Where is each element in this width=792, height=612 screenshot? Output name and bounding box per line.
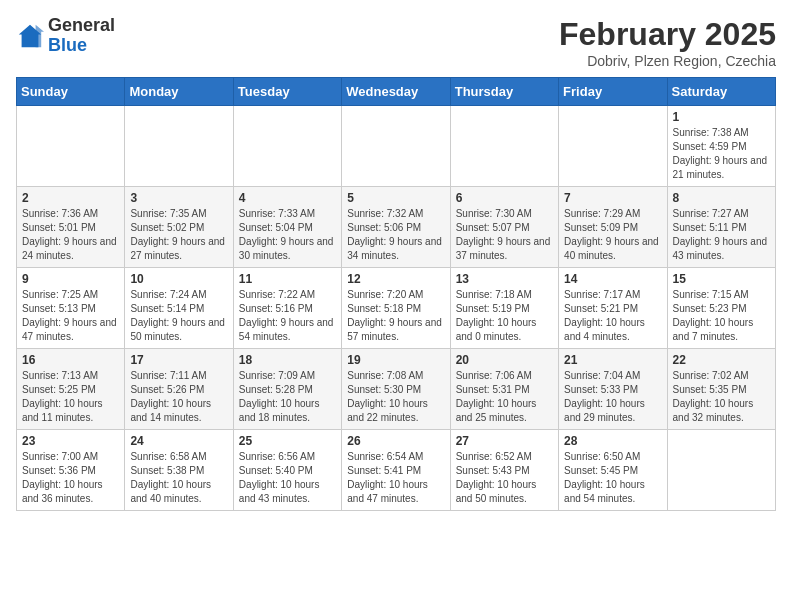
day-number: 12 [347,272,444,286]
day-cell: 5Sunrise: 7:32 AM Sunset: 5:06 PM Daylig… [342,187,450,268]
day-number: 28 [564,434,661,448]
day-info: Sunrise: 7:25 AM Sunset: 5:13 PM Dayligh… [22,288,119,344]
day-info: Sunrise: 7:36 AM Sunset: 5:01 PM Dayligh… [22,207,119,263]
day-cell: 13Sunrise: 7:18 AM Sunset: 5:19 PM Dayli… [450,268,558,349]
day-cell: 3Sunrise: 7:35 AM Sunset: 5:02 PM Daylig… [125,187,233,268]
day-cell: 11Sunrise: 7:22 AM Sunset: 5:16 PM Dayli… [233,268,341,349]
weekday-header-wednesday: Wednesday [342,78,450,106]
weekday-header-monday: Monday [125,78,233,106]
day-info: Sunrise: 7:15 AM Sunset: 5:23 PM Dayligh… [673,288,770,344]
day-info: Sunrise: 6:50 AM Sunset: 5:45 PM Dayligh… [564,450,661,506]
location: Dobriv, Plzen Region, Czechia [559,53,776,69]
day-cell: 19Sunrise: 7:08 AM Sunset: 5:30 PM Dayli… [342,349,450,430]
day-cell: 23Sunrise: 7:00 AM Sunset: 5:36 PM Dayli… [17,430,125,511]
day-info: Sunrise: 7:13 AM Sunset: 5:25 PM Dayligh… [22,369,119,425]
day-cell [342,106,450,187]
week-row-3: 9Sunrise: 7:25 AM Sunset: 5:13 PM Daylig… [17,268,776,349]
day-info: Sunrise: 7:08 AM Sunset: 5:30 PM Dayligh… [347,369,444,425]
day-cell [450,106,558,187]
day-cell: 6Sunrise: 7:30 AM Sunset: 5:07 PM Daylig… [450,187,558,268]
day-info: Sunrise: 7:06 AM Sunset: 5:31 PM Dayligh… [456,369,553,425]
day-number: 10 [130,272,227,286]
day-info: Sunrise: 7:24 AM Sunset: 5:14 PM Dayligh… [130,288,227,344]
month-title: February 2025 [559,16,776,53]
logo: General Blue [16,16,115,56]
day-number: 17 [130,353,227,367]
day-cell: 15Sunrise: 7:15 AM Sunset: 5:23 PM Dayli… [667,268,775,349]
day-number: 8 [673,191,770,205]
day-number: 11 [239,272,336,286]
day-number: 4 [239,191,336,205]
day-info: Sunrise: 7:17 AM Sunset: 5:21 PM Dayligh… [564,288,661,344]
day-cell: 1Sunrise: 7:38 AM Sunset: 4:59 PM Daylig… [667,106,775,187]
day-info: Sunrise: 7:09 AM Sunset: 5:28 PM Dayligh… [239,369,336,425]
week-row-4: 16Sunrise: 7:13 AM Sunset: 5:25 PM Dayli… [17,349,776,430]
day-number: 27 [456,434,553,448]
title-block: February 2025 Dobriv, Plzen Region, Czec… [559,16,776,69]
day-info: Sunrise: 7:29 AM Sunset: 5:09 PM Dayligh… [564,207,661,263]
day-info: Sunrise: 6:56 AM Sunset: 5:40 PM Dayligh… [239,450,336,506]
day-number: 26 [347,434,444,448]
weekday-header-tuesday: Tuesday [233,78,341,106]
day-number: 22 [673,353,770,367]
day-cell: 22Sunrise: 7:02 AM Sunset: 5:35 PM Dayli… [667,349,775,430]
day-cell: 20Sunrise: 7:06 AM Sunset: 5:31 PM Dayli… [450,349,558,430]
day-number: 3 [130,191,227,205]
page-header: General Blue February 2025 Dobriv, Plzen… [16,16,776,69]
day-number: 19 [347,353,444,367]
day-cell [17,106,125,187]
day-number: 9 [22,272,119,286]
day-info: Sunrise: 6:54 AM Sunset: 5:41 PM Dayligh… [347,450,444,506]
day-cell: 10Sunrise: 7:24 AM Sunset: 5:14 PM Dayli… [125,268,233,349]
day-info: Sunrise: 7:35 AM Sunset: 5:02 PM Dayligh… [130,207,227,263]
day-cell: 18Sunrise: 7:09 AM Sunset: 5:28 PM Dayli… [233,349,341,430]
day-cell: 26Sunrise: 6:54 AM Sunset: 5:41 PM Dayli… [342,430,450,511]
day-cell [233,106,341,187]
day-info: Sunrise: 7:33 AM Sunset: 5:04 PM Dayligh… [239,207,336,263]
calendar: SundayMondayTuesdayWednesdayThursdayFrid… [16,77,776,511]
day-info: Sunrise: 6:58 AM Sunset: 5:38 PM Dayligh… [130,450,227,506]
day-cell: 21Sunrise: 7:04 AM Sunset: 5:33 PM Dayli… [559,349,667,430]
week-row-2: 2Sunrise: 7:36 AM Sunset: 5:01 PM Daylig… [17,187,776,268]
day-number: 7 [564,191,661,205]
day-cell: 24Sunrise: 6:58 AM Sunset: 5:38 PM Dayli… [125,430,233,511]
day-cell [559,106,667,187]
weekday-header-thursday: Thursday [450,78,558,106]
day-number: 1 [673,110,770,124]
day-cell [125,106,233,187]
day-number: 20 [456,353,553,367]
day-number: 14 [564,272,661,286]
day-number: 21 [564,353,661,367]
day-info: Sunrise: 7:38 AM Sunset: 4:59 PM Dayligh… [673,126,770,182]
day-cell: 7Sunrise: 7:29 AM Sunset: 5:09 PM Daylig… [559,187,667,268]
day-info: Sunrise: 7:11 AM Sunset: 5:26 PM Dayligh… [130,369,227,425]
svg-marker-1 [36,25,44,47]
day-cell: 2Sunrise: 7:36 AM Sunset: 5:01 PM Daylig… [17,187,125,268]
day-info: Sunrise: 7:22 AM Sunset: 5:16 PM Dayligh… [239,288,336,344]
day-cell: 9Sunrise: 7:25 AM Sunset: 5:13 PM Daylig… [17,268,125,349]
logo-icon [16,22,44,50]
day-cell: 12Sunrise: 7:20 AM Sunset: 5:18 PM Dayli… [342,268,450,349]
day-info: Sunrise: 7:18 AM Sunset: 5:19 PM Dayligh… [456,288,553,344]
day-info: Sunrise: 7:00 AM Sunset: 5:36 PM Dayligh… [22,450,119,506]
day-number: 5 [347,191,444,205]
day-cell: 4Sunrise: 7:33 AM Sunset: 5:04 PM Daylig… [233,187,341,268]
day-number: 2 [22,191,119,205]
day-cell: 17Sunrise: 7:11 AM Sunset: 5:26 PM Dayli… [125,349,233,430]
day-info: Sunrise: 7:20 AM Sunset: 5:18 PM Dayligh… [347,288,444,344]
weekday-header-saturday: Saturday [667,78,775,106]
day-cell: 28Sunrise: 6:50 AM Sunset: 5:45 PM Dayli… [559,430,667,511]
weekday-header-friday: Friday [559,78,667,106]
logo-text: General Blue [48,16,115,56]
week-row-5: 23Sunrise: 7:00 AM Sunset: 5:36 PM Dayli… [17,430,776,511]
logo-general: General [48,15,115,35]
day-cell: 25Sunrise: 6:56 AM Sunset: 5:40 PM Dayli… [233,430,341,511]
day-number: 24 [130,434,227,448]
week-row-1: 1Sunrise: 7:38 AM Sunset: 4:59 PM Daylig… [17,106,776,187]
weekday-header-row: SundayMondayTuesdayWednesdayThursdayFrid… [17,78,776,106]
logo-blue: Blue [48,35,87,55]
day-cell: 8Sunrise: 7:27 AM Sunset: 5:11 PM Daylig… [667,187,775,268]
day-cell [667,430,775,511]
day-cell: 14Sunrise: 7:17 AM Sunset: 5:21 PM Dayli… [559,268,667,349]
day-info: Sunrise: 7:30 AM Sunset: 5:07 PM Dayligh… [456,207,553,263]
